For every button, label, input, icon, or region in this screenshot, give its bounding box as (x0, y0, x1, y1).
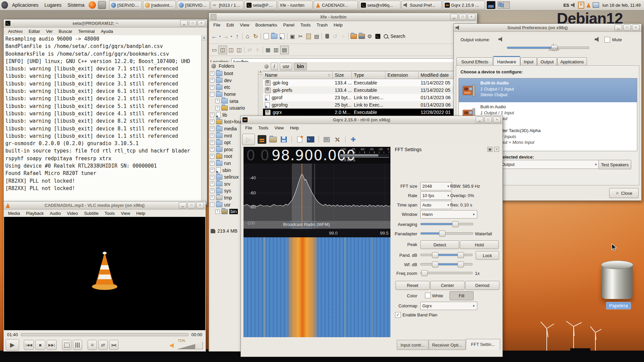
volume-icon[interactable] (170, 343, 175, 348)
previous-button[interactable]: |◀◀ (24, 340, 34, 350)
workspace-1[interactable] (498, 2, 504, 8)
test-speakers-button[interactable]: Test Speakers (598, 160, 631, 169)
gqrx-thumbnail-button[interactable] (487, 1, 495, 9)
menu-ayuda[interactable]: Ayuda (98, 28, 116, 34)
menu-help[interactable]: Help (331, 22, 346, 28)
tree-item[interactable]: seta (229, 99, 238, 104)
terminal-launch-icon[interactable]: ›_ (374, 32, 382, 40)
back-icon[interactable]: ← (210, 32, 218, 40)
two-panel-icon[interactable]: ◫ (227, 46, 235, 54)
file-row[interactable]: gpk-log 133.4 ...Executable11/14/2022 05 (263, 79, 477, 86)
device-item-selected[interactable]: Built-in Audio 1 Output / 1 Input Stereo… (459, 78, 637, 102)
menu-ver[interactable]: Ver (43, 28, 56, 34)
freq-zoom-slider[interactable] (420, 272, 473, 274)
close-button[interactable]: × (196, 202, 204, 208)
forward-icon[interactable]: → (222, 32, 230, 40)
wf-db-range-slider[interactable] (420, 263, 473, 265)
next-button[interactable]: ▶▶| (47, 340, 57, 350)
tab-sound-effects[interactable]: Sound Effects (457, 57, 492, 65)
file-row-selected[interactable]: gqrx 2.0 M...Executable12/28/2022 01 (263, 109, 477, 116)
taskbar-button[interactable]: ≫[h313 / 192... (211, 1, 244, 9)
tree-item[interactable]: media (224, 126, 237, 131)
tree-item[interactable]: dev (224, 78, 232, 83)
minimize-button[interactable]: ▁ (476, 117, 483, 123)
small-icons-view-icon[interactable]: ▥ (272, 46, 280, 54)
paste-icon[interactable] (305, 32, 313, 40)
search-label[interactable]: Search (390, 34, 405, 39)
minimize-button[interactable]: ▁ (614, 24, 622, 31)
tuner-device-icon[interactable] (258, 135, 266, 144)
close-button[interactable]: × (198, 20, 205, 26)
tree-panel-icon[interactable]: ◫ (218, 46, 227, 54)
detailed-list-view-icon[interactable]: ▤ (280, 46, 289, 54)
back-dropdown-icon[interactable]: ▾ (218, 32, 222, 40)
taskbar-button[interactable]: Sound Pref... (401, 1, 442, 9)
equalizer-button[interactable] (73, 340, 82, 350)
lock-button[interactable]: Lock (476, 251, 499, 260)
column-size[interactable]: Size (333, 71, 352, 79)
tree-item[interactable]: boot (224, 71, 233, 76)
stop-button[interactable]: ■ (35, 340, 45, 350)
reset-button[interactable]: Reset (395, 281, 430, 290)
tools-icon[interactable] (333, 135, 341, 143)
menu-tools[interactable]: Tools (102, 210, 118, 216)
shuffle-button[interactable] (109, 340, 118, 350)
tree-item[interactable]: usr (224, 202, 230, 207)
frequency-display[interactable]: 0 0 98.900.000 -100-80-60-40-200 -8.9 dB… (244, 147, 390, 164)
path-segment-usr[interactable]: usr (280, 63, 292, 70)
workspace-2[interactable] (504, 2, 509, 8)
close-dialog-button[interactable]: ✕Close (609, 188, 639, 198)
menu-audio[interactable]: Audio (47, 210, 64, 216)
maximize-button[interactable]: □ (187, 202, 195, 208)
time-span-dropdown[interactable]: Auto▼ (420, 201, 452, 209)
main-menu-icon[interactable] (1, 1, 8, 9)
menu-terminal[interactable]: Terminal (75, 28, 98, 34)
xfe-titlebar[interactable]: Xfe - /usr/bin ▁□× (209, 13, 477, 21)
properties-icon[interactable]: ▤ (313, 32, 321, 40)
tab-applications[interactable]: Applications (557, 57, 586, 65)
sound-titlebar[interactable]: Sound Preferences (on x96q) ▁□× (454, 24, 641, 32)
menu-archivo[interactable]: Archivo (5, 28, 25, 34)
home-icon[interactable]: ⌂ (244, 32, 252, 40)
xfe-folder2-icon[interactable] (358, 32, 366, 40)
menu-view[interactable]: View (271, 125, 287, 131)
tab-hardware[interactable]: Hardware (493, 56, 520, 66)
tree-item[interactable]: opt (224, 140, 230, 145)
menu-view[interactable]: View (237, 22, 252, 28)
minimize-button[interactable]: ▁ (179, 202, 186, 208)
tree-item[interactable]: root (224, 154, 232, 159)
terminal-titlebar[interactable]: ›_ seta@PROGRAM12: ~ ▁□× (4, 19, 207, 27)
path-segment-bin[interactable]: bin (294, 63, 307, 70)
tree-item[interactable]: proc (224, 147, 233, 152)
dock-float-icon[interactable]: ▣ (487, 147, 492, 152)
new-folder-icon[interactable] (270, 32, 278, 40)
window-dropdown[interactable]: Hann▼ (420, 210, 477, 219)
taskbar-button[interactable]: Xfe - /usr/bin (278, 1, 313, 9)
menu-media[interactable]: Media (5, 210, 23, 216)
profile-dropdown[interactable]: Output▼ (499, 160, 599, 169)
close-button[interactable]: × (493, 117, 501, 123)
trash-toolbar-icon[interactable] (323, 32, 331, 40)
tree-item[interactable]: etc (224, 84, 230, 90)
tray-display-icon[interactable] (593, 2, 599, 8)
keyboard-layout-indicator[interactable]: ES (564, 3, 569, 8)
tray-vlc-icon[interactable] (586, 3, 591, 8)
tree-item[interactable]: selinux (224, 174, 239, 180)
column-type[interactable]: Type (352, 71, 385, 79)
maximize-button[interactable]: □ (189, 20, 197, 26)
minimize-button[interactable]: ▁ (450, 14, 458, 20)
cut-icon[interactable]: ✂ (297, 32, 305, 40)
frequency-axis[interactable]: 99.0 99.5 (244, 229, 390, 237)
vlc-titlebar[interactable]: CADENADIAL.mp3 - VLC media player (on x9… (4, 201, 206, 209)
tab-output[interactable]: Output (537, 57, 556, 65)
tree-item-selected[interactable]: bin (229, 209, 238, 214)
white-checkbox[interactable] (425, 293, 431, 298)
gqrx-titlebar[interactable]: Gqrx 2.15.9 - rtl=0 (on x96q) ▁□× (241, 116, 502, 124)
column-name[interactable]: Name (265, 72, 277, 78)
dock-tab-input-controls[interactable]: Input contr... (397, 340, 428, 350)
menu-edit[interactable]: Edit (223, 22, 237, 28)
playlist-button[interactable]: ≡ (88, 340, 97, 350)
menu-video[interactable]: Video (64, 210, 81, 216)
seek-slider[interactable] (21, 333, 189, 336)
terminal-output[interactable]: Resampling audio 96000 -> 48000BandPlanF… (4, 35, 202, 204)
